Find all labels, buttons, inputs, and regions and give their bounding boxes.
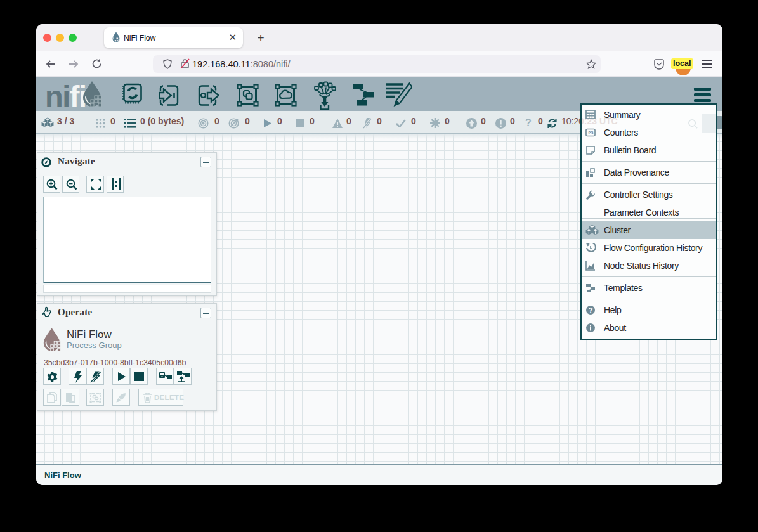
svg-text:23: 23 bbox=[588, 130, 594, 136]
svg-text:?: ? bbox=[589, 306, 593, 314]
